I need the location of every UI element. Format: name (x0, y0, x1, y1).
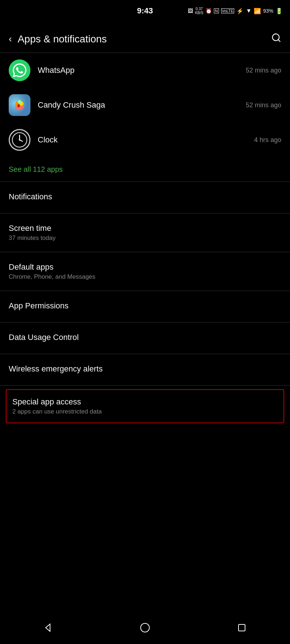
menu-item-data-usage[interactable]: Data Usage Control (0, 323, 290, 354)
whatsapp-time: 52 mins ago (246, 67, 281, 74)
section-divider-7 (0, 385, 290, 386)
app-item-left: Clock (9, 129, 58, 151)
status-time: 9:43 (137, 6, 153, 16)
header-left: ‹ Apps & notifications (9, 33, 107, 45)
default-apps-title: Default apps (9, 262, 281, 272)
image-icon: 🖼 (188, 8, 193, 14)
menu-item-app-permissions[interactable]: App Permissions (0, 291, 290, 322)
app-permissions-title: App Permissions (9, 301, 281, 311)
app-item-left: Candy Crush Saga (9, 94, 105, 116)
screen-time-subtitle: 37 minutes today (9, 234, 281, 242)
svg-point-6 (17, 104, 20, 107)
battery-icon: 🔋 (276, 8, 283, 14)
special-app-access-title: Special app access (12, 397, 278, 407)
bluetooth-icon: ⚡ (236, 8, 244, 14)
navigation-bar (0, 615, 290, 644)
app-item-candy[interactable]: Candy Crush Saga 52 mins ago (0, 88, 290, 122)
special-app-access-subtitle: 2 apps can use unrestricted data (12, 408, 278, 415)
svg-marker-11 (46, 624, 50, 631)
svg-line-1 (278, 40, 280, 41)
spacer (0, 427, 290, 499)
battery-percent: 93% (263, 8, 273, 14)
see-all-apps-link[interactable]: See all 112 apps (0, 157, 290, 182)
nav-recents-button[interactable] (233, 619, 251, 637)
svg-rect-13 (239, 624, 245, 631)
clock-name: Clock (38, 135, 58, 145)
wifi-icon: ▼ (246, 8, 252, 14)
page-title: Apps & notifications (18, 33, 107, 45)
header: ‹ Apps & notifications (0, 25, 290, 53)
menu-item-default-apps[interactable]: Default apps Chrome, Phone, and Messages (0, 252, 290, 291)
status-icons: 🖼 0.37KB/S ⏰ N VoLTE ⚡ ▼ 📶 93% 🔋 (188, 7, 283, 15)
menu-item-screen-time[interactable]: Screen time 37 minutes today (0, 213, 290, 252)
svg-point-10 (19, 139, 20, 141)
app-item-clock[interactable]: Clock 4 hrs ago (0, 122, 290, 157)
nfc-icon: N (214, 8, 219, 13)
search-button[interactable] (271, 33, 281, 45)
status-bar: 9:43 🖼 0.37KB/S ⏰ N VoLTE ⚡ ▼ 📶 93% 🔋 (0, 0, 290, 22)
nav-home-button[interactable] (136, 619, 154, 637)
whatsapp-icon (9, 59, 30, 81)
network-speed-indicator: 0.37KB/S (195, 7, 203, 15)
candy-icon (9, 94, 30, 116)
svg-point-5 (18, 100, 21, 104)
clock-icon (9, 129, 30, 151)
app-item-left: WhatsApp (9, 59, 75, 81)
candy-name: Candy Crush Saga (38, 100, 105, 110)
menu-item-notifications[interactable]: Notifications (0, 182, 290, 213)
notifications-title: Notifications (9, 192, 281, 201)
alarm-icon: ⏰ (206, 8, 212, 14)
app-item-whatsapp[interactable]: WhatsApp 52 mins ago (0, 53, 290, 88)
svg-point-12 (141, 623, 149, 632)
screen-time-title: Screen time (9, 224, 281, 233)
back-button[interactable]: ‹ (9, 33, 12, 45)
default-apps-subtitle: Chrome, Phone, and Messages (9, 273, 281, 281)
clock-time: 4 hrs ago (254, 136, 281, 144)
volte-icon: VoLTE (221, 8, 234, 13)
signal-icon: 📶 (254, 8, 261, 14)
nav-back-button[interactable] (39, 619, 57, 637)
wireless-alerts-title: Wireless emergency alerts (9, 364, 281, 374)
candy-time: 52 mins ago (246, 101, 281, 109)
whatsapp-name: WhatsApp (38, 66, 75, 75)
data-usage-title: Data Usage Control (9, 333, 281, 342)
special-app-access-item[interactable]: Special app access 2 apps can use unrest… (6, 389, 284, 423)
menu-item-wireless-alerts[interactable]: Wireless emergency alerts (0, 354, 290, 385)
